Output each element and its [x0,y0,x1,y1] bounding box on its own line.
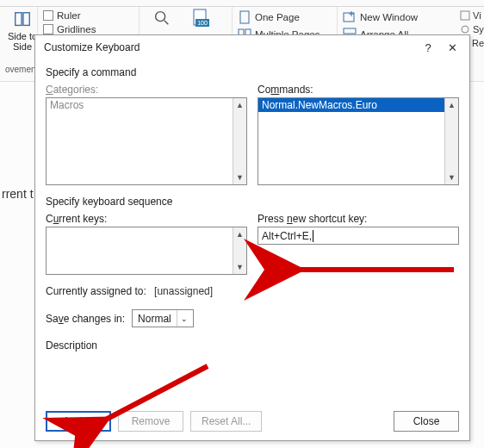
description-label: Description [46,339,459,352]
assigned-label: Currently assigned to: [46,285,146,297]
square-icon [460,10,470,21]
svg-line-3 [164,21,169,25]
ruler-checkbox[interactable]: Ruler [43,10,133,21]
specify-sequence-label: Specify keyboard sequence [46,196,459,208]
assigned-value: [unassigned] [154,285,213,297]
checkbox-icon [43,24,53,34]
categories-listbox[interactable]: Macros ▲ ▼ [46,97,247,185]
assign-button[interactable]: Assign [46,411,111,432]
magnifier-icon [152,9,171,28]
commands-label: Commands: [258,84,459,96]
zoom-button[interactable] [145,9,179,28]
scrollbar[interactable]: ▲ ▼ [233,98,246,184]
new-window-icon [343,10,357,24]
svg-rect-13 [344,28,356,34]
current-keys-label: Current keys: [46,213,247,225]
side-to-side-icon [13,10,32,29]
svg-rect-0 [16,13,22,26]
commands-listbox[interactable]: Normal.NewMacros.Euro ▲ ▼ [258,97,459,185]
ribbon-group-movement: Side to Side ovement [0,7,38,76]
new-window-button[interactable]: New Window [343,10,425,24]
svg-rect-7 [240,11,249,23]
sliver-sy[interactable]: Sy [458,24,484,34]
close-button[interactable]: Close [394,411,459,432]
close-x-button[interactable]: ✕ [440,38,464,57]
sliver-vi[interactable]: Vi [458,10,484,21]
svg-text:100: 100 [197,20,208,26]
save-changes-combo[interactable]: Normal ⌄ [132,309,194,327]
scrollbar[interactable]: ▲ ▼ [444,98,458,184]
categories-label: Categories: [46,84,247,96]
close-icon: ✕ [448,41,457,54]
scroll-down-icon[interactable]: ▼ [445,171,458,184]
chevron-down-icon: ⌄ [177,310,191,327]
svg-rect-15 [461,11,469,20]
svg-rect-1 [23,13,29,26]
text-caret [313,230,313,242]
svg-point-16 [462,26,468,33]
save-changes-label: Save changes in: [46,313,125,325]
sync-icon [460,24,470,34]
shortcut-input[interactable]: Alt+Ctrl+E, [258,227,459,245]
dialog-titlebar[interactable]: Customize Keyboard ? ✕ [35,35,469,59]
help-icon: ? [425,41,431,54]
scroll-up-icon[interactable]: ▲ [233,98,246,112]
commands-item-selected[interactable]: Normal.NewMacros.Euro [258,98,458,112]
currently-assigned-row: Currently assigned to: [unassigned] [46,285,459,297]
group-label-movement: ovement [5,65,32,76]
shortcut-value: Alt+Ctrl+E, [262,230,312,242]
svg-point-2 [156,12,165,22]
customize-keyboard-dialog: Customize Keyboard ? ✕ Specify a command… [34,34,470,441]
gridlines-checkbox[interactable]: Gridlines [43,24,133,34]
press-new-label: Press new shortcut key: [258,213,459,225]
categories-item[interactable]: Macros [47,98,246,112]
hundred-button[interactable]: 100 [184,9,219,28]
specify-command-label: Specify a command [46,66,459,78]
help-button[interactable]: ? [416,38,440,57]
reset-all-button[interactable]: Reset All... [190,411,262,432]
one-page-icon [238,10,251,24]
scroll-up-icon[interactable]: ▲ [445,98,458,112]
doc-text-fragment: rrent t [2,187,34,201]
scroll-down-icon[interactable]: ▼ [233,260,246,274]
page-100-icon: 100 [190,9,213,28]
scrollbar[interactable]: ▲ ▼ [233,227,246,274]
remove-button[interactable]: Remove [118,411,183,432]
current-keys-listbox[interactable]: ▲ ▼ [46,227,247,275]
scroll-up-icon[interactable]: ▲ [233,227,246,241]
dialog-title: Customize Keyboard [44,41,416,53]
checkbox-icon [43,10,53,21]
scroll-down-icon[interactable]: ▼ [233,171,246,184]
save-changes-value: Normal [138,313,171,325]
one-page-button[interactable]: One Page [238,10,332,24]
